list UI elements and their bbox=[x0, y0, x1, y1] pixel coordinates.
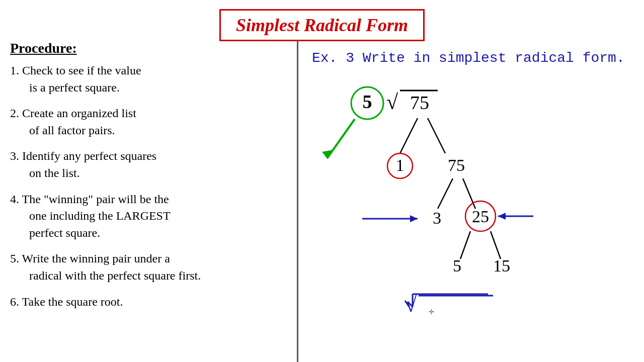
example-label: Ex. 3 Write in simplest radical form. bbox=[312, 50, 639, 66]
title-box: Simplest Radical Form bbox=[219, 9, 425, 41]
step-6-line1: 6. Take the square root. bbox=[10, 295, 123, 308]
svg-text:15: 15 bbox=[493, 256, 510, 275]
step-1-line2: is a perfect square. bbox=[29, 81, 120, 94]
step-2: 2. Create an organized list of all facto… bbox=[10, 105, 292, 139]
svg-text:√: √ bbox=[405, 293, 417, 316]
svg-line-12 bbox=[438, 178, 453, 209]
step-3-line1: 3. Identify any perfect squares bbox=[10, 149, 156, 162]
step-4: 4. The "winning" pair will be the one in… bbox=[10, 191, 292, 242]
page-title: Simplest Radical Form bbox=[236, 15, 408, 35]
step-2-line2: of all factor pairs. bbox=[29, 124, 115, 137]
svg-text:25: 25 bbox=[472, 207, 489, 226]
svg-line-21 bbox=[460, 231, 470, 259]
svg-line-22 bbox=[491, 231, 501, 259]
svg-text:5: 5 bbox=[453, 256, 461, 275]
svg-text:√: √ bbox=[386, 90, 398, 114]
left-panel: Procedure: 1. Check to see if the value … bbox=[10, 40, 292, 319]
svg-line-7 bbox=[400, 118, 418, 153]
step-2-line1: 2. Create an organized list bbox=[10, 107, 136, 120]
svg-marker-15 bbox=[410, 215, 418, 222]
procedure-title: Procedure: bbox=[10, 40, 292, 56]
step-6: 6. Take the square root. bbox=[10, 294, 292, 311]
step-5: 5. Write the winning pair under a radica… bbox=[10, 250, 292, 284]
svg-text:1: 1 bbox=[396, 156, 405, 174]
step-4-line2: one including the LARGEST bbox=[29, 209, 171, 222]
svg-text:3: 3 bbox=[433, 209, 441, 227]
svg-text:75: 75 bbox=[410, 92, 429, 113]
panel-divider bbox=[297, 40, 298, 362]
svg-line-8 bbox=[428, 118, 445, 153]
svg-marker-20 bbox=[498, 213, 506, 220]
step-3-line2: on the list. bbox=[29, 166, 80, 179]
step-5-line1: 5. Write the winning pair under a bbox=[10, 252, 170, 265]
step-3: 3. Identify any perfect squares on the l… bbox=[10, 148, 292, 182]
step-5-line2: radical with the perfect square first. bbox=[29, 269, 201, 282]
step-4-line3: perfect square. bbox=[29, 226, 100, 239]
svg-text:5: 5 bbox=[363, 91, 372, 112]
step-1: 1. Check to see if the value is a perfec… bbox=[10, 62, 292, 96]
step-4-line1: 4. The "winning" pair will be the bbox=[10, 193, 169, 206]
math-diagram: 5 √ 75 1 75 3 25 5 15 √ ✛ bbox=[312, 65, 639, 317]
svg-text:75: 75 bbox=[448, 156, 465, 174]
svg-text:✛: ✛ bbox=[429, 307, 434, 317]
step-1-number: 1. Check to see if the value bbox=[10, 64, 141, 77]
svg-line-13 bbox=[463, 178, 475, 209]
svg-marker-6 bbox=[322, 150, 333, 158]
